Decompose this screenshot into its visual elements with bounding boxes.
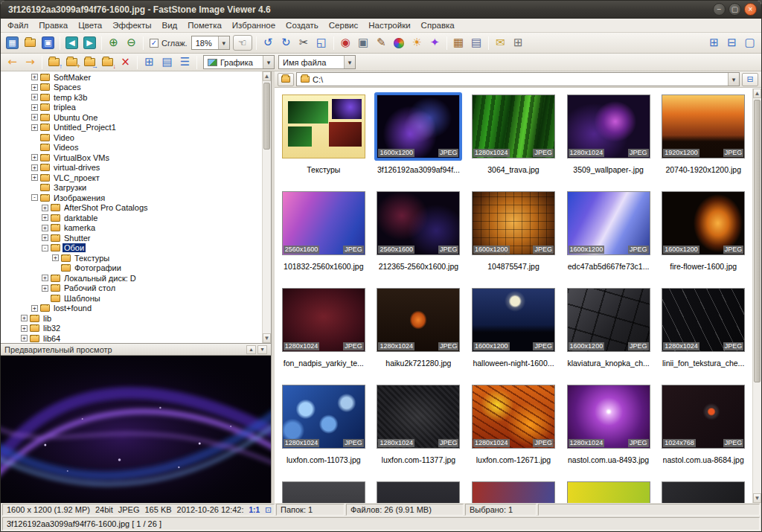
tree-item[interactable]: +virtual-drives: [1, 163, 262, 173]
expand-icon[interactable]: +: [42, 234, 48, 241]
new-folder-icon[interactable]: +: [63, 55, 80, 70]
expand-icon[interactable]: +: [42, 205, 48, 211]
prev-image-icon[interactable]: ◀: [63, 35, 80, 51]
collapse-icon[interactable]: -: [42, 245, 48, 251]
image-thumbnail[interactable]: [373, 480, 464, 503]
move-to-folder-icon[interactable]: ↓: [99, 55, 116, 70]
minimize-button[interactable]: −: [713, 3, 726, 16]
tree-item[interactable]: +AfterShot Pro Catalogs: [1, 203, 262, 214]
filmstrip-icon[interactable]: ▤: [468, 35, 485, 51]
image-thumbnail[interactable]: 1280x1024JPEGluxfon.com-12671.jpg: [468, 383, 559, 468]
title-bar[interactable]: 3f126192aa3099af94f76-1600.jpg - FastSto…: [1, 1, 761, 19]
thumbnail-scrollbar[interactable]: ▲ ▼: [752, 89, 761, 503]
image-thumbnail[interactable]: 1920x1200JPEG20740-1920x1200.jpg: [658, 93, 749, 178]
scroll-thumb[interactable]: [754, 100, 761, 382]
tree-item[interactable]: -Изображения: [1, 193, 262, 203]
tree-scrollbar[interactable]: ▲ ▼: [262, 71, 271, 343]
expand-icon[interactable]: +: [31, 164, 38, 171]
tree-item[interactable]: Фотографии: [1, 263, 262, 274]
expand-icon[interactable]: +: [31, 305, 38, 312]
image-thumbnail[interactable]: 1024x768JPEGnastol.com.ua-8684.jpg: [658, 383, 749, 468]
tree-item[interactable]: +lib32: [1, 324, 262, 334]
expand-icon[interactable]: +: [52, 254, 59, 261]
file-filter-select[interactable]: Графика: [203, 55, 275, 69]
scroll-track[interactable]: [753, 98, 761, 493]
expand-icon[interactable]: +: [31, 114, 38, 121]
scroll-thumb[interactable]: [263, 83, 270, 150]
folder-thumbnail[interactable]: Текстуры: [278, 93, 369, 178]
effects-icon[interactable]: ✦: [426, 35, 444, 51]
expand-icon[interactable]: +: [42, 285, 48, 292]
close-button[interactable]: ×: [744, 3, 757, 16]
image-thumbnail[interactable]: 1280x1024JPEGnastol.com.ua-8493.jpg: [563, 383, 654, 468]
rotate-right-icon[interactable]: ↻: [278, 35, 295, 51]
forward-icon[interactable]: →: [22, 55, 39, 70]
menu-item[interactable]: Избранное: [227, 19, 281, 33]
image-thumbnail[interactable]: 2560x1600JPEG212365-2560x1600.jpg: [373, 190, 464, 275]
tree-item[interactable]: +lib: [1, 313, 262, 324]
image-thumbnail[interactable]: 1280x1024JPEGluxfon.com-11377.jpg: [373, 383, 464, 468]
expand-icon[interactable]: +: [31, 84, 38, 91]
image-thumbnail[interactable]: 1280x1024JPEG3064_trava.jpg: [468, 93, 559, 178]
tree-item[interactable]: Загрузки: [1, 183, 262, 193]
tree-item[interactable]: +Локальный диск: D: [1, 273, 262, 283]
back-icon[interactable]: ←: [4, 55, 21, 70]
tree-item[interactable]: Videos: [1, 143, 262, 153]
zoom-in-icon[interactable]: ⊕: [105, 35, 122, 51]
image-thumbnail[interactable]: 1280x1024JPEGhaiku2k721280.jpg: [373, 286, 464, 371]
image-thumbnail[interactable]: 1600x1200JPEG104875547.jpg: [468, 190, 559, 275]
tree-item[interactable]: Шаблоны: [1, 293, 262, 304]
crop-icon[interactable]: ✂: [295, 35, 313, 51]
image-thumbnail[interactable]: [563, 480, 654, 503]
expand-icon[interactable]: +: [31, 154, 38, 161]
tree-item[interactable]: +Текстуры: [1, 253, 262, 263]
menu-item[interactable]: Настройки: [363, 19, 415, 33]
tree-item[interactable]: +triplea: [1, 103, 262, 113]
collapse-icon[interactable]: -: [31, 194, 38, 201]
image-thumbnail[interactable]: [658, 480, 749, 503]
image-thumbnail[interactable]: 1600x1200JPEGedc47ab5d667fe73c1...: [563, 190, 654, 275]
menu-item[interactable]: Вид: [156, 19, 182, 33]
browser-icon[interactable]: ▦: [4, 35, 21, 51]
image-thumbnail[interactable]: 1600x1200JPEG3f126192aa3099af94f...: [373, 93, 464, 178]
up-folder-icon[interactable]: ↑: [45, 55, 63, 70]
frame-icon[interactable]: ▦: [450, 35, 467, 51]
preview-image[interactable]: [1, 356, 271, 503]
dropdown-arrow-icon[interactable]: [263, 56, 274, 68]
expand-icon[interactable]: +: [31, 94, 38, 100]
image-thumbnail[interactable]: 1600x1200JPEGfire-flower-1600.jpg: [658, 190, 749, 275]
draw-icon[interactable]: ✎: [373, 35, 390, 51]
scroll-up-icon[interactable]: ▲: [263, 71, 271, 81]
scroll-down-icon[interactable]: ▼: [753, 493, 761, 503]
menu-item[interactable]: Справка: [416, 19, 460, 33]
tree-item[interactable]: +Shutter: [1, 233, 262, 243]
tree-item[interactable]: +temp k3b: [1, 92, 262, 103]
tree-item[interactable]: +Рабочий стол: [1, 283, 262, 294]
smoothing-checkbox[interactable]: Сглаж.: [150, 39, 188, 48]
view-list-icon[interactable]: ▤: [159, 55, 176, 70]
sort-order-select[interactable]: Имя файла: [278, 55, 356, 69]
tree-item[interactable]: +VirtualBox VMs: [1, 153, 262, 163]
tree-item[interactable]: +darktable: [1, 213, 262, 223]
dropdown-arrow-icon[interactable]: [218, 36, 229, 49]
tree-item[interactable]: +kamerka: [1, 223, 262, 234]
image-thumbnail[interactable]: 1280x1024JPEGfon_nadpis_yarkiy_te...: [278, 286, 369, 371]
layout-split-icon[interactable]: ⊟: [723, 35, 740, 51]
red-eye-icon[interactable]: ◉: [337, 35, 354, 51]
next-image-icon[interactable]: ▶: [81, 35, 98, 51]
expand-icon[interactable]: +: [42, 214, 48, 221]
image-thumbnail[interactable]: 1280x1024JPEG3509_wallpaper-.jpg: [563, 93, 654, 178]
menu-item[interactable]: Файл: [2, 19, 33, 33]
save-icon[interactable]: ▣: [39, 35, 57, 51]
fullscreen-icon[interactable]: ▢: [741, 35, 758, 51]
tree-item[interactable]: +Spaces: [1, 83, 262, 93]
fit-window-icon[interactable]: [265, 506, 272, 514]
image-thumbnail[interactable]: [278, 480, 369, 503]
expand-icon[interactable]: +: [42, 275, 48, 281]
tree-item[interactable]: +SoftMaker: [1, 72, 262, 83]
expand-icon[interactable]: +: [31, 74, 38, 80]
tree-item[interactable]: +Ubuntu One: [1, 112, 262, 123]
path-combobox[interactable]: C:\: [296, 72, 740, 86]
image-thumbnail[interactable]: 1280x1024JPEGluxfon.com-11073.jpg: [278, 383, 369, 468]
dropdown-arrow-icon[interactable]: [728, 73, 739, 86]
